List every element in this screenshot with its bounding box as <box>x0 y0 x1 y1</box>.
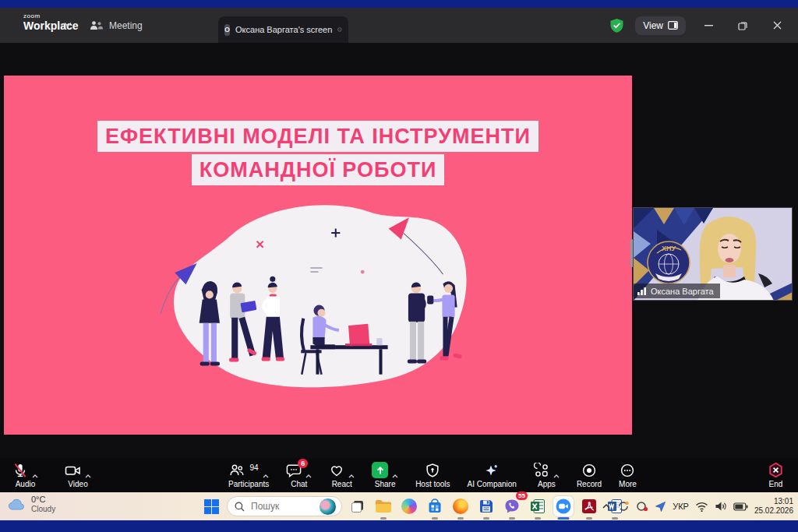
taskbar-search[interactable] <box>227 496 342 516</box>
acrobat-icon[interactable] <box>579 496 599 516</box>
zoom-toolbar: Audio Video <box>0 458 798 492</box>
chat-button[interactable]: 6 Chat <box>286 462 312 488</box>
microphone-muted-icon <box>12 463 28 478</box>
tray-chevron-up-icon[interactable] <box>602 503 611 509</box>
chat-unread-badge: 6 <box>298 459 308 468</box>
zoom-app-icon[interactable] <box>553 496 574 516</box>
audio-button[interactable]: Audio <box>12 462 38 488</box>
shared-slide: ЕФЕКТИВНІ МОДЕЛІ ТА ІНСТРУМЕНТИ КОМАНДНО… <box>4 76 632 435</box>
audio-chevron-up-icon[interactable] <box>32 474 38 478</box>
tab-shared-screen[interactable]: O Оксана Варгата's screen <box>218 16 348 43</box>
chevron-down-icon[interactable] <box>64 22 72 27</box>
tab-meeting-label: Meeting <box>109 20 143 31</box>
teamwork-illustration <box>156 194 479 406</box>
firefox-icon[interactable] <box>450 496 471 516</box>
windows-logo-icon <box>204 499 219 514</box>
share-chevron-up-icon[interactable] <box>392 474 398 478</box>
participant-name: Оксана Варгата <box>651 287 714 296</box>
more-ellipsis-icon <box>620 463 635 478</box>
video-chevron-up-icon[interactable] <box>85 474 91 478</box>
view-button[interactable]: View <box>635 16 686 35</box>
end-label: End <box>769 480 783 488</box>
wifi-icon[interactable] <box>695 502 708 512</box>
battery-icon[interactable] <box>733 502 748 511</box>
tab-options-ellipsis-icon[interactable] <box>337 23 342 36</box>
save-app-icon[interactable] <box>476 496 496 516</box>
react-label: React <box>332 480 352 488</box>
react-chevron-up-icon[interactable] <box>348 474 355 478</box>
search-input[interactable] <box>249 500 315 513</box>
tray-date: 25.02.2026 <box>754 506 793 516</box>
participants-button[interactable]: 94 Participants <box>228 462 269 488</box>
share-button[interactable]: Share <box>372 462 398 488</box>
apps-chevron-up-icon[interactable] <box>553 474 560 478</box>
apps-grid-icon <box>534 463 549 478</box>
toolbar-left-group: Audio Video <box>12 458 91 492</box>
microsoft-store-icon[interactable] <box>425 496 445 516</box>
record-icon <box>581 463 597 478</box>
taskbar-center: 55 <box>201 492 625 520</box>
tray-clock[interactable]: 13:01 25.02.2026 <box>754 497 793 516</box>
ai-companion-button[interactable]: AI Companion <box>468 462 517 488</box>
toolbar-center-group: 94 Participants 6 Chat <box>228 458 637 492</box>
folder-icon <box>375 499 392 513</box>
zoom-camera-icon <box>556 499 571 514</box>
close-button[interactable] <box>765 14 789 37</box>
copilot-icon[interactable] <box>399 496 419 516</box>
start-button[interactable] <box>201 496 221 516</box>
viber-icon[interactable]: 55 <box>502 496 522 516</box>
video-camera-icon <box>65 463 81 478</box>
bottom-frame-strip <box>0 520 798 532</box>
participants-icon <box>229 463 245 478</box>
view-button-label: View <box>643 20 663 31</box>
end-meeting-button[interactable]: End <box>768 462 784 488</box>
end-meeting-icon <box>768 462 784 478</box>
brand-zoom-text: zoom <box>23 13 79 19</box>
windows-taskbar: 0°C Cloudy <box>0 492 798 520</box>
sync-tray-icon[interactable] <box>617 500 630 513</box>
viber-bubble-icon <box>504 499 520 514</box>
language-indicator[interactable]: УКР <box>673 502 689 511</box>
participants-label: Participants <box>228 480 269 488</box>
meeting-content-area: ЕФЕКТИВНІ МОДЕЛІ ТА ІНСТРУМЕНТИ КОМАНДНО… <box>0 43 798 458</box>
titlebar-right-controls: View <box>609 8 789 43</box>
slide-title-line1: ЕФЕКТИВНІ МОДЕЛІ ТА ІНСТРУМЕНТИ <box>97 121 538 152</box>
participant-name-label: Оксана Варгата <box>634 284 720 298</box>
security-shield-icon[interactable] <box>609 18 624 33</box>
react-button[interactable]: React <box>329 462 355 488</box>
speaker-icon[interactable] <box>715 501 727 512</box>
excel-icon[interactable] <box>528 496 548 516</box>
connection-signal-icon <box>637 287 647 295</box>
video-button[interactable]: Video <box>65 462 91 488</box>
host-tools-label: Host tools <box>415 480 450 488</box>
slide-title: ЕФЕКТИВНІ МОДЕЛІ ТА ІНСТРУМЕНТИ КОМАНДНО… <box>4 121 632 188</box>
file-explorer-icon[interactable] <box>373 496 394 516</box>
audio-label: Audio <box>16 480 36 488</box>
tab-meeting[interactable]: Meeting <box>90 8 143 43</box>
view-layout-icon <box>668 21 678 30</box>
chat-label: Chat <box>291 480 307 488</box>
restore-window-icon <box>738 21 747 30</box>
task-view-button[interactable] <box>348 496 368 516</box>
minimize-button[interactable] <box>697 14 720 37</box>
close-icon <box>773 21 782 30</box>
screen: zoom Workplace Meeting O Оксана Варгата'… <box>0 0 798 532</box>
participants-count: 94 <box>250 463 259 472</box>
tray-time: 13:01 <box>754 497 793 506</box>
record-label: Record <box>577 480 602 488</box>
participants-chevron-up-icon[interactable] <box>263 474 269 478</box>
chat-chevron-up-icon[interactable] <box>305 474 312 478</box>
weather-widget[interactable]: 0°C Cloudy <box>8 495 55 514</box>
participant-video-tile[interactable]: ХНУ Оксана Варгата <box>633 207 793 301</box>
record-button[interactable]: Record <box>577 462 602 488</box>
meeting-people-icon <box>90 20 103 31</box>
recorder-tray-icon[interactable] <box>636 500 648 513</box>
more-button[interactable]: More <box>619 462 637 488</box>
maximize-button[interactable] <box>731 14 754 37</box>
more-label: More <box>619 480 637 488</box>
apps-button[interactable]: Apps <box>534 462 560 488</box>
toolbar-right-group: End <box>768 458 784 492</box>
search-highlight-image[interactable] <box>320 499 336 515</box>
location-tray-icon[interactable] <box>655 501 666 513</box>
host-tools-button[interactable]: Host tools <box>415 462 450 488</box>
